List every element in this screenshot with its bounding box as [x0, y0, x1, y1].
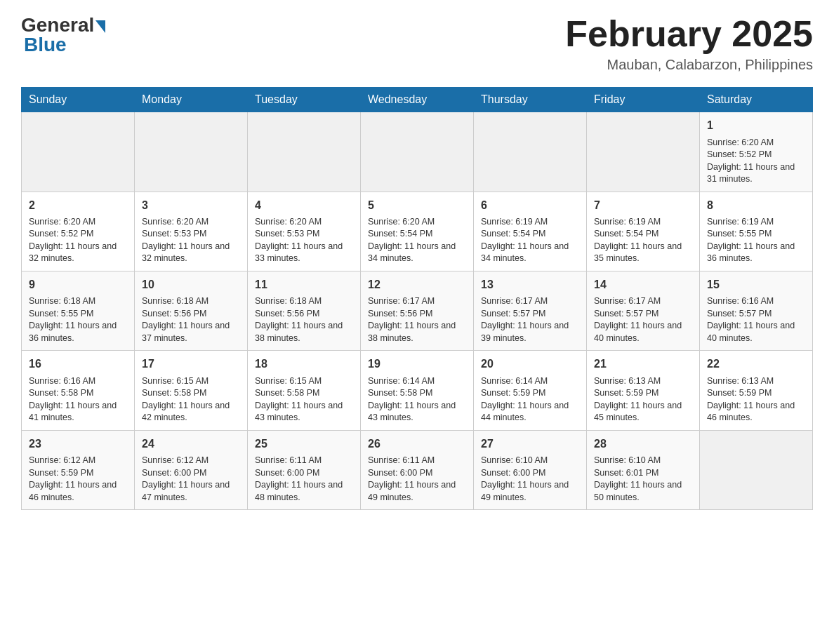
calendar-subtitle: Mauban, Calabarzon, Philippines [565, 57, 813, 73]
day-header-saturday: Saturday [700, 88, 813, 112]
logo-arrow-icon [95, 20, 105, 33]
day-number: 7 [594, 198, 692, 213]
day-info: Sunrise: 6:12 AM Sunset: 5:59 PM Dayligh… [29, 455, 127, 504]
day-info: Sunrise: 6:14 AM Sunset: 5:59 PM Dayligh… [481, 375, 579, 424]
day-cell: 24Sunrise: 6:12 AM Sunset: 6:00 PM Dayli… [135, 430, 248, 509]
calendar-header: SundayMondayTuesdayWednesdayThursdayFrid… [22, 88, 813, 112]
day-number: 4 [255, 198, 353, 213]
calendar-title: February 2025 [565, 14, 813, 54]
day-number: 3 [142, 198, 240, 213]
day-number: 11 [255, 277, 353, 293]
calendar-table: SundayMondayTuesdayWednesdayThursdayFrid… [21, 87, 813, 510]
day-cell: 26Sunrise: 6:11 AM Sunset: 6:00 PM Dayli… [361, 430, 474, 509]
day-cell: 28Sunrise: 6:10 AM Sunset: 6:01 PM Dayli… [587, 430, 700, 509]
day-number: 19 [368, 356, 466, 372]
day-number: 8 [707, 198, 805, 213]
day-info: Sunrise: 6:12 AM Sunset: 6:00 PM Dayligh… [142, 455, 240, 504]
day-cell: 10Sunrise: 6:18 AM Sunset: 5:56 PM Dayli… [135, 271, 248, 350]
day-number: 22 [707, 356, 805, 372]
day-cell: 4Sunrise: 6:20 AM Sunset: 5:53 PM Daylig… [248, 192, 361, 271]
day-info: Sunrise: 6:10 AM Sunset: 6:00 PM Dayligh… [481, 455, 579, 504]
week-row-4: 16Sunrise: 6:16 AM Sunset: 5:58 PM Dayli… [22, 351, 813, 430]
day-cell [587, 112, 700, 192]
day-info: Sunrise: 6:19 AM Sunset: 5:54 PM Dayligh… [594, 216, 692, 265]
day-info: Sunrise: 6:19 AM Sunset: 5:55 PM Dayligh… [707, 216, 805, 265]
day-cell: 8Sunrise: 6:19 AM Sunset: 5:55 PM Daylig… [700, 192, 813, 271]
week-row-5: 23Sunrise: 6:12 AM Sunset: 5:59 PM Dayli… [22, 430, 813, 509]
day-number: 17 [142, 356, 240, 372]
day-cell [474, 112, 587, 192]
title-block: February 2025 Mauban, Calabarzon, Philip… [565, 14, 813, 73]
logo-blue-text: Blue [24, 34, 105, 56]
page-header: General Blue February 2025 Mauban, Calab… [21, 14, 813, 73]
day-number: 10 [142, 277, 240, 293]
day-number: 14 [594, 277, 692, 293]
week-row-2: 2Sunrise: 6:20 AM Sunset: 5:52 PM Daylig… [22, 192, 813, 271]
day-header-wednesday: Wednesday [361, 88, 474, 112]
week-row-3: 9Sunrise: 6:18 AM Sunset: 5:55 PM Daylig… [22, 271, 813, 350]
day-number: 24 [142, 436, 240, 452]
day-cell: 22Sunrise: 6:13 AM Sunset: 5:59 PM Dayli… [700, 351, 813, 430]
day-cell: 25Sunrise: 6:11 AM Sunset: 6:00 PM Dayli… [248, 430, 361, 509]
day-number: 23 [29, 436, 127, 452]
day-cell: 6Sunrise: 6:19 AM Sunset: 5:54 PM Daylig… [474, 192, 587, 271]
day-info: Sunrise: 6:20 AM Sunset: 5:52 PM Dayligh… [29, 216, 127, 265]
day-number: 16 [29, 356, 127, 372]
day-info: Sunrise: 6:20 AM Sunset: 5:53 PM Dayligh… [142, 216, 240, 265]
day-header-sunday: Sunday [22, 88, 135, 112]
day-info: Sunrise: 6:16 AM Sunset: 5:57 PM Dayligh… [707, 295, 805, 344]
day-cell: 23Sunrise: 6:12 AM Sunset: 5:59 PM Dayli… [22, 430, 135, 509]
day-number: 26 [368, 436, 466, 452]
day-info: Sunrise: 6:11 AM Sunset: 6:00 PM Dayligh… [368, 455, 466, 504]
day-cell: 18Sunrise: 6:15 AM Sunset: 5:58 PM Dayli… [248, 351, 361, 430]
day-info: Sunrise: 6:20 AM Sunset: 5:52 PM Dayligh… [707, 137, 805, 186]
day-info: Sunrise: 6:18 AM Sunset: 5:56 PM Dayligh… [255, 295, 353, 344]
day-info: Sunrise: 6:20 AM Sunset: 5:54 PM Dayligh… [368, 216, 466, 265]
day-number: 20 [481, 356, 579, 372]
day-info: Sunrise: 6:15 AM Sunset: 5:58 PM Dayligh… [255, 375, 353, 424]
day-info: Sunrise: 6:18 AM Sunset: 5:56 PM Dayligh… [142, 295, 240, 344]
day-number: 5 [368, 198, 466, 213]
day-info: Sunrise: 6:17 AM Sunset: 5:57 PM Dayligh… [594, 295, 692, 344]
day-cell [22, 112, 135, 192]
day-number: 18 [255, 356, 353, 372]
day-cell: 2Sunrise: 6:20 AM Sunset: 5:52 PM Daylig… [22, 192, 135, 271]
week-row-1: 1Sunrise: 6:20 AM Sunset: 5:52 PM Daylig… [22, 112, 813, 192]
day-info: Sunrise: 6:15 AM Sunset: 5:58 PM Dayligh… [142, 375, 240, 424]
day-number: 6 [481, 198, 579, 213]
day-info: Sunrise: 6:14 AM Sunset: 5:58 PM Dayligh… [368, 375, 466, 424]
day-cell: 9Sunrise: 6:18 AM Sunset: 5:55 PM Daylig… [22, 271, 135, 350]
day-cell: 13Sunrise: 6:17 AM Sunset: 5:57 PM Dayli… [474, 271, 587, 350]
day-cell: 12Sunrise: 6:17 AM Sunset: 5:56 PM Dayli… [361, 271, 474, 350]
day-cell: 14Sunrise: 6:17 AM Sunset: 5:57 PM Dayli… [587, 271, 700, 350]
day-number: 21 [594, 356, 692, 372]
day-cell: 11Sunrise: 6:18 AM Sunset: 5:56 PM Dayli… [248, 271, 361, 350]
day-cell: 20Sunrise: 6:14 AM Sunset: 5:59 PM Dayli… [474, 351, 587, 430]
day-cell [248, 112, 361, 192]
day-info: Sunrise: 6:16 AM Sunset: 5:58 PM Dayligh… [29, 375, 127, 424]
day-cell: 27Sunrise: 6:10 AM Sunset: 6:00 PM Dayli… [474, 430, 587, 509]
day-cell [135, 112, 248, 192]
calendar-body: 1Sunrise: 6:20 AM Sunset: 5:52 PM Daylig… [22, 112, 813, 510]
logo: General Blue [21, 14, 105, 56]
day-header-thursday: Thursday [474, 88, 587, 112]
day-info: Sunrise: 6:13 AM Sunset: 5:59 PM Dayligh… [707, 375, 805, 424]
day-cell: 15Sunrise: 6:16 AM Sunset: 5:57 PM Dayli… [700, 271, 813, 350]
day-info: Sunrise: 6:10 AM Sunset: 6:01 PM Dayligh… [594, 455, 692, 504]
day-number: 28 [594, 436, 692, 452]
day-number: 13 [481, 277, 579, 293]
day-header-tuesday: Tuesday [248, 88, 361, 112]
day-header-friday: Friday [587, 88, 700, 112]
day-header-monday: Monday [135, 88, 248, 112]
day-cell: 3Sunrise: 6:20 AM Sunset: 5:53 PM Daylig… [135, 192, 248, 271]
day-number: 2 [29, 198, 127, 213]
day-info: Sunrise: 6:18 AM Sunset: 5:55 PM Dayligh… [29, 295, 127, 344]
day-number: 27 [481, 436, 579, 452]
day-cell [700, 430, 813, 509]
days-of-week-row: SundayMondayTuesdayWednesdayThursdayFrid… [22, 88, 813, 112]
day-cell: 21Sunrise: 6:13 AM Sunset: 5:59 PM Dayli… [587, 351, 700, 430]
day-info: Sunrise: 6:17 AM Sunset: 5:57 PM Dayligh… [481, 295, 579, 344]
day-cell: 7Sunrise: 6:19 AM Sunset: 5:54 PM Daylig… [587, 192, 700, 271]
day-cell: 19Sunrise: 6:14 AM Sunset: 5:58 PM Dayli… [361, 351, 474, 430]
day-number: 12 [368, 277, 466, 293]
